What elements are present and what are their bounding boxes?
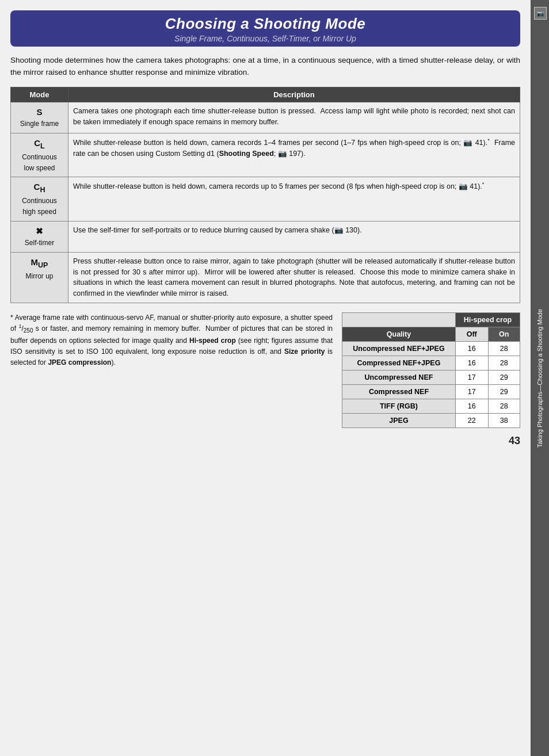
crop-table-row: TIFF (RGB) 16 28 (342, 399, 520, 413)
off-label: Off (455, 327, 488, 341)
bold-jpeg: JPEG compression (48, 358, 111, 366)
crop-table-row: Uncompressed NEF+JPEG 16 28 (342, 341, 520, 356)
crop-on-val: 38 (488, 413, 520, 427)
crop-empty-cell (342, 312, 456, 327)
page-subtitle: Single Frame, Continuous, Self-Timer, or… (20, 34, 511, 43)
page-number: 43 (10, 435, 520, 447)
mode-cell-selftimer: ✖ Self-timer (11, 221, 68, 252)
main-content: Choosing a Shooting Mode Single Frame, C… (0, 0, 531, 756)
crop-row-label: Compressed NEF (342, 384, 456, 399)
mode-cell-cl: CL Continuouslow speed (11, 133, 68, 177)
mode-symbol-cl: CL (16, 137, 63, 152)
mode-symbol-ch: CH (16, 181, 63, 196)
col-mode: Mode (11, 87, 68, 102)
col-description: Description (68, 87, 520, 102)
desc-cell-single: Camera takes one photograph each time sh… (68, 102, 520, 133)
shooting-table: Mode Description S Single frame Camera t… (10, 87, 520, 303)
mode-name-single: Single frame (20, 120, 59, 128)
crop-off-val: 16 (455, 356, 488, 370)
header-box: Choosing a Shooting Mode Single Frame, C… (10, 10, 520, 47)
desc-cell-selftimer: Use the self-timer for self-portraits or… (68, 221, 520, 252)
mode-symbol-mirrorup: MUP (16, 256, 63, 271)
crop-row-label: Compressed NEF+JPEG (342, 356, 456, 370)
footnote-text: * Average frame rate with continuous-ser… (10, 312, 333, 428)
crop-row-label: JPEG (342, 413, 456, 427)
crop-top-header: Hi-speed crop (455, 312, 520, 327)
crop-on-val: 28 (488, 356, 520, 370)
mode-symbol-single: S (16, 106, 63, 119)
table-row: CL Continuouslow speed While shutter-rel… (11, 133, 520, 177)
desc-cell-cl: While shutter-release button is held dow… (68, 133, 520, 177)
crop-off-val: 22 (455, 413, 488, 427)
desc-cell-mirrorup: Press shutter-release button once to rai… (68, 252, 520, 303)
mode-name-mirrorup: Mirror up (25, 272, 53, 280)
crop-on-val: 29 (488, 384, 520, 399)
asterisk: * (10, 314, 15, 322)
crop-off-val: 16 (455, 399, 488, 413)
table-row: CH Continuoushigh speed While shutter-re… (11, 177, 520, 221)
crop-row-label: Uncompressed NEF (342, 370, 456, 384)
table-row: MUP Mirror up Press shutter-release butt… (11, 252, 520, 303)
intro-text: Shooting mode determines how the camera … (10, 55, 520, 79)
table-row: ✖ Self-timer Use the self-timer for self… (11, 221, 520, 252)
bold-hispeed: Hi-speed crop (189, 337, 236, 345)
crop-table-row: Compressed NEF 17 29 (342, 384, 520, 399)
crop-on-val: 28 (488, 341, 520, 356)
crop-table-row: JPEG 22 38 (342, 413, 520, 427)
side-tab-label: Taking Photographs—Choosing a Shooting M… (536, 309, 544, 448)
desc-cell-ch: While shutter-release button is held dow… (68, 177, 520, 221)
table-row: S Single frame Camera takes one photogra… (11, 102, 520, 133)
mode-cell-mirrorup: MUP Mirror up (11, 252, 68, 303)
crop-table: Hi-speed crop Quality Off On Uncompresse… (342, 312, 520, 428)
crop-table-wrapper: Hi-speed crop Quality Off On Uncompresse… (342, 312, 520, 428)
bottom-section: * Average frame rate with continuous-ser… (10, 312, 520, 428)
bold-sizepriority: Size priority (284, 348, 325, 356)
quality-label: Quality (342, 327, 456, 341)
side-tab: 📷 Taking Photographs—Choosing a Shooting… (531, 0, 549, 756)
crop-table-row: Uncompressed NEF 17 29 (342, 370, 520, 384)
crop-off-val: 16 (455, 341, 488, 356)
mode-symbol-selftimer: ✖ (16, 225, 63, 238)
crop-off-val: 17 (455, 384, 488, 399)
mode-cell-single: S Single frame (11, 102, 68, 133)
mode-cell-ch: CH Continuoushigh speed (11, 177, 68, 221)
mode-name-selftimer: Self-timer (25, 239, 54, 247)
crop-on-val: 29 (488, 370, 520, 384)
on-label: On (488, 327, 520, 341)
crop-off-val: 17 (455, 370, 488, 384)
crop-row-label: Uncompressed NEF+JPEG (342, 341, 456, 356)
crop-on-val: 28 (488, 399, 520, 413)
page-title: Choosing a Shooting Mode (20, 15, 511, 33)
mode-name-cl: Continuouslow speed (22, 153, 57, 172)
mode-name-ch: Continuoushigh speed (22, 197, 57, 216)
crop-table-row: Compressed NEF+JPEG 16 28 (342, 356, 520, 370)
crop-row-label: TIFF (RGB) (342, 399, 456, 413)
camera-icon: 📷 (534, 7, 547, 20)
